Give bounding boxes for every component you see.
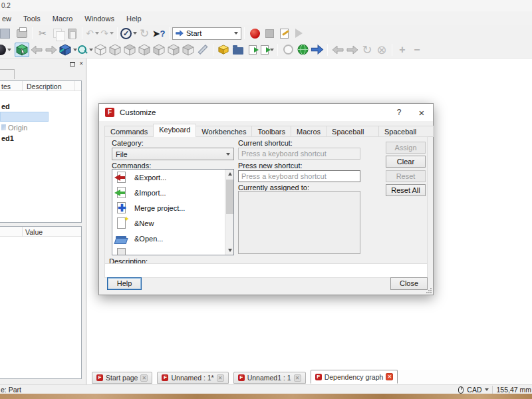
- tab-keyboard[interactable]: Keyboard: [153, 124, 196, 137]
- nav-style-value[interactable]: CAD: [467, 386, 481, 394]
- zoom-button[interactable]: [77, 43, 93, 57]
- column-divider[interactable]: [74, 81, 75, 91]
- menu-item-help[interactable]: Help: [120, 13, 148, 24]
- nav-refresh-button[interactable]: ↻: [360, 43, 374, 57]
- tree-item-selected[interactable]: [0, 112, 81, 122]
- tab-unnamed1[interactable]: F Unnamed1 : 1 ✕: [233, 372, 306, 384]
- new-shortcut-input[interactable]: Press a keyboard shortcut: [238, 170, 360, 182]
- dialog-help-button[interactable]: ?: [388, 104, 410, 121]
- set-view-button[interactable]: [59, 43, 77, 57]
- help-button[interactable]: Help: [107, 277, 142, 290]
- tree-column-attributes[interactable]: tes: [1, 82, 11, 90]
- close-tab-icon[interactable]: ✕: [294, 374, 301, 382]
- refresh-button[interactable]: ↻: [137, 26, 152, 41]
- nav-back-button[interactable]: [331, 43, 345, 57]
- command-item-open[interactable]: &Open...: [112, 231, 233, 246]
- close-button[interactable]: Close: [390, 277, 428, 290]
- menu-item-view[interactable]: ew: [0, 13, 17, 24]
- tab-spaceball-motion[interactable]: Spaceball Motion: [326, 126, 379, 137]
- dock-close-icon[interactable]: ×: [79, 61, 83, 67]
- redo-button[interactable]: ↷: [100, 26, 114, 41]
- paste-button[interactable]: [65, 26, 79, 41]
- dock-float-icon[interactable]: [70, 62, 75, 66]
- web-go-button[interactable]: [310, 43, 325, 57]
- top-view-button[interactable]: [122, 43, 137, 57]
- workbench-selector[interactable]: Start: [172, 27, 241, 40]
- open-folder-button[interactable]: [231, 43, 245, 57]
- web-browser-button[interactable]: [295, 43, 310, 57]
- menu-item-macro[interactable]: Macro: [47, 13, 79, 24]
- draw-style-button[interactable]: [0, 43, 15, 57]
- column-divider[interactable]: [22, 227, 23, 237]
- macro-play-button[interactable]: [291, 26, 306, 41]
- left-view-button[interactable]: [181, 43, 196, 57]
- macro-check-button[interactable]: ✓: [120, 26, 137, 41]
- web-home-button[interactable]: [281, 43, 295, 57]
- tab-macros[interactable]: Macros: [291, 126, 327, 137]
- commands-list[interactable]: &Export... &Import... ✚ Merge project...…: [112, 169, 234, 255]
- tab-toolbars[interactable]: Toolbars: [251, 126, 291, 137]
- tab-workbenches[interactable]: Workbenches: [196, 126, 252, 137]
- command-item-export[interactable]: &Export...: [112, 170, 233, 185]
- assigned-list[interactable]: [238, 191, 360, 254]
- axonometric-view-button[interactable]: [93, 43, 108, 57]
- close-tab-icon[interactable]: ✕: [140, 374, 148, 382]
- close-tab-icon[interactable]: ✕: [386, 373, 393, 380]
- bottom-view-button[interactable]: [166, 43, 181, 57]
- rear-view-button[interactable]: [152, 43, 166, 57]
- menu-item-windows[interactable]: Windows: [78, 13, 120, 24]
- undo-button[interactable]: ↶: [85, 26, 100, 41]
- tab-spaceball-buttons[interactable]: Spaceball Buttons: [378, 126, 434, 137]
- view-forward-button[interactable]: [44, 43, 59, 57]
- macro-record-button[interactable]: [247, 26, 262, 41]
- property-column-value[interactable]: Value: [25, 228, 43, 236]
- tree-item-origin[interactable]: Origin: [0, 122, 81, 132]
- command-item-partial[interactable]: [112, 246, 233, 255]
- nav-forward-button[interactable]: [345, 43, 360, 57]
- whats-this-button[interactable]: ➤: [152, 26, 166, 41]
- scroll-up-icon[interactable]: [225, 170, 234, 178]
- dock-tab[interactable]: [0, 69, 15, 79]
- reset-button[interactable]: Reset: [386, 170, 426, 182]
- column-divider[interactable]: [22, 81, 23, 91]
- command-item-new[interactable]: ✦ &New: [112, 215, 233, 231]
- right-view-button[interactable]: [137, 43, 152, 57]
- clear-button[interactable]: Clear: [386, 156, 426, 168]
- save-button[interactable]: [0, 26, 15, 41]
- export-button[interactable]: [245, 43, 260, 57]
- view-back-button[interactable]: [29, 43, 44, 57]
- front-view-button[interactable]: [108, 43, 122, 57]
- assign-button[interactable]: Assign: [386, 142, 426, 154]
- commands-scrollbar[interactable]: [225, 170, 233, 255]
- command-item-import[interactable]: &Import...: [112, 185, 233, 200]
- close-tab-icon[interactable]: ✕: [217, 374, 224, 382]
- dialog-titlebar[interactable]: F Customize ? ×: [99, 104, 433, 121]
- zoom-out-button[interactable]: −: [410, 43, 424, 57]
- scrollbar-thumb[interactable]: [226, 180, 233, 214]
- scroll-down-icon[interactable]: [225, 246, 234, 255]
- reset-all-button[interactable]: Reset All: [386, 184, 426, 196]
- tree-item-document2[interactable]: ed1: [0, 133, 81, 143]
- cut-button[interactable]: ✂: [35, 26, 50, 41]
- tab-start-page[interactable]: F Start page ✕: [92, 372, 152, 384]
- category-select[interactable]: File: [112, 148, 234, 160]
- macro-stop-button[interactable]: [262, 26, 277, 41]
- measure-button[interactable]: [196, 43, 210, 57]
- select-view-button[interactable]: [15, 43, 29, 57]
- tab-dependency-graph[interactable]: F Dependency graph ✕: [311, 370, 398, 384]
- print-button[interactable]: [15, 26, 29, 41]
- tab-unnamed[interactable]: F Unnamed : 1* ✕: [157, 372, 228, 384]
- menu-item-tools[interactable]: Tools: [17, 13, 47, 24]
- tree-item-document[interactable]: ed: [0, 101, 81, 111]
- export-options-button[interactable]: [260, 43, 275, 57]
- macro-edit-button[interactable]: [277, 26, 291, 41]
- zoom-in-button[interactable]: +: [395, 43, 410, 57]
- nav-stop-button[interactable]: ⊗: [374, 43, 389, 57]
- tab-commands[interactable]: Commands: [104, 126, 154, 137]
- dialog-close-button[interactable]: ×: [410, 104, 433, 121]
- chevron-down-icon[interactable]: [485, 388, 489, 391]
- part-button[interactable]: [216, 43, 231, 57]
- command-item-merge-project[interactable]: ✚ Merge project...: [112, 200, 233, 215]
- resize-grip-icon[interactable]: [426, 288, 432, 293]
- tree-column-description[interactable]: Description: [27, 82, 62, 90]
